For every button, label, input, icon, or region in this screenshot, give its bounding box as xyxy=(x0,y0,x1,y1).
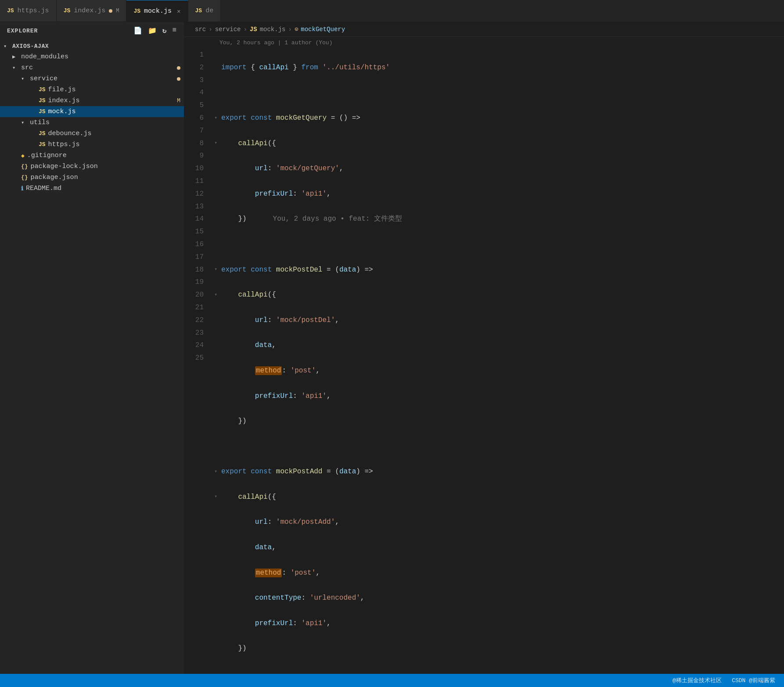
close-icon[interactable]: ✕ xyxy=(177,7,180,15)
tab-de[interactable]: JS de xyxy=(188,0,221,21)
explorer-title: EXPLORER xyxy=(7,28,38,34)
tab-de-label: de xyxy=(205,7,213,14)
tree-item-index-js[interactable]: JS index.js M xyxy=(0,95,184,106)
spacer xyxy=(214,543,221,553)
bc-src: src xyxy=(195,26,206,33)
line-numbers: 1 2 3 4 5 6 7 8 9 10 11 12 13 14 15 16 1… xyxy=(184,49,211,674)
js-file-icon: JS xyxy=(39,97,46,104)
breadcrumb: src › service › JS mock.js › ⊙ mockGetQu… xyxy=(184,22,784,37)
watermark-text: @稀土掘金技术社区 CSDN @前端酱紫 xyxy=(673,676,775,684)
service-label: service xyxy=(30,75,177,82)
collapse-all-icon[interactable]: ≡ xyxy=(172,26,177,35)
tree-item-node-modules[interactable]: ▶ node_modules xyxy=(0,51,184,62)
collapse-arrow-4[interactable]: ▾ xyxy=(214,139,221,148)
status-bar: @稀土掘金技术社区 CSDN @前端酱紫 xyxy=(0,674,784,687)
sidebar-content: ▾ AXIOS-AJAX ▶ node_modules ▾ src ▾ serv… xyxy=(0,39,184,674)
code-line-23: prefixUrl: 'api1', xyxy=(214,617,784,630)
bc-sep3: › xyxy=(288,26,291,33)
tree-item-package-json[interactable]: {} package.json xyxy=(0,172,184,183)
file-js-label: file.js xyxy=(48,86,180,93)
git-icon: ◆ xyxy=(21,152,25,159)
code-line-16 xyxy=(214,440,784,453)
code-line-2 xyxy=(214,86,784,99)
tree-item-utils[interactable]: ▾ utils xyxy=(0,117,184,128)
spacer xyxy=(214,315,221,325)
chevron-down-icon: ▾ xyxy=(4,43,11,50)
readme-label: README.md xyxy=(26,185,180,192)
code-line-10: ▾ callApi({ xyxy=(214,289,784,301)
src-label: src xyxy=(21,64,177,72)
chevron-down-icon: ▾ xyxy=(21,119,28,126)
code-line-18: ▾ callApi({ xyxy=(214,491,784,504)
tree-item-src[interactable]: ▾ src xyxy=(0,62,184,73)
chevron-down-icon: ▾ xyxy=(21,75,28,82)
bc-sep2: › xyxy=(243,26,247,33)
json-icon: {} xyxy=(21,163,28,170)
modified-dot-service xyxy=(177,77,180,81)
code-line-21: method: 'post', xyxy=(214,567,784,580)
code-line-24: }) xyxy=(214,642,784,655)
code-line-12: data, xyxy=(214,339,784,352)
spacer xyxy=(214,619,221,628)
tree-item-gitignore[interactable]: ◆ .gitignore xyxy=(0,150,184,161)
spacer xyxy=(214,341,221,351)
spacer xyxy=(214,215,221,224)
spacer xyxy=(214,240,221,250)
tree-root-axios-ajax[interactable]: ▾ AXIOS-AJAX xyxy=(0,41,184,51)
code-line-5: url: 'mock/getQuery', xyxy=(214,162,784,175)
spacer xyxy=(214,63,221,72)
spacer xyxy=(214,644,221,654)
debounce-js-label: debounce.js xyxy=(48,130,180,137)
sidebar-header: EXPLORER 📄 📁 ↻ ≡ xyxy=(0,22,184,39)
code-line-17: ▾ export const mockPostAdd = (data) => xyxy=(214,465,784,478)
collapse-arrow-18[interactable]: ▾ xyxy=(214,492,221,502)
new-file-icon[interactable]: 📄 xyxy=(133,26,143,35)
tab-https[interactable]: JS https.js xyxy=(0,0,57,21)
tree-item-mock-js[interactable]: JS mock.js xyxy=(0,106,184,117)
js-file-icon: JS xyxy=(39,86,46,93)
code-container[interactable]: 1 2 3 4 5 6 7 8 9 10 11 12 13 14 15 16 1… xyxy=(184,49,784,674)
gitignore-label: .gitignore xyxy=(27,152,180,159)
code-line-4: ▾ callApi({ xyxy=(214,137,784,150)
spacer xyxy=(214,669,221,674)
js-file-icon: JS xyxy=(39,130,46,137)
spacer xyxy=(214,164,221,174)
collapse-arrow-17[interactable]: ▾ xyxy=(214,467,221,477)
new-folder-icon[interactable]: 📁 xyxy=(148,26,157,35)
chevron-down-icon: ▾ xyxy=(12,64,19,71)
root-label: AXIOS-AJAX xyxy=(12,43,180,50)
tab-mock[interactable]: JS mock.js ✕ xyxy=(126,0,188,21)
collapse-arrow-10[interactable]: ▾ xyxy=(214,290,221,300)
info-icon: ℹ xyxy=(21,185,23,192)
json-icon: {} xyxy=(21,174,28,181)
js-icon: JS xyxy=(195,7,202,14)
code-line-25 xyxy=(214,668,784,674)
tree-item-https-js[interactable]: JS https.js xyxy=(0,139,184,150)
sidebar-header-actions: 📄 📁 ↻ ≡ xyxy=(133,26,177,35)
tree-item-debounce-js[interactable]: JS debounce.js xyxy=(0,128,184,139)
package-lock-label: package-lock.json xyxy=(31,163,180,170)
tree-item-service[interactable]: ▾ service xyxy=(0,73,184,84)
code-line-3: ▾ export const mockGetQuery = () => xyxy=(214,112,784,125)
spacer xyxy=(214,88,221,98)
main-layout: EXPLORER 📄 📁 ↻ ≡ ▾ AXIOS-AJAX ▶ node_mod… xyxy=(0,22,784,674)
code-line-19: url: 'mock/postAdd', xyxy=(214,516,784,529)
refresh-icon[interactable]: ↻ xyxy=(162,26,167,35)
code-line-11: url: 'mock/postDel', xyxy=(214,314,784,327)
tab-index-label: index.js xyxy=(74,7,105,14)
spacer xyxy=(214,391,221,401)
bc-func-name: mockGetQuery xyxy=(301,26,345,33)
spacer xyxy=(214,442,221,451)
https-js-label: https.js xyxy=(48,141,180,148)
utils-label: utils xyxy=(30,119,180,126)
js-file-icon: JS xyxy=(39,141,46,148)
tree-item-file-js[interactable]: JS file.js xyxy=(0,84,184,95)
js-icon: JS xyxy=(7,7,14,14)
tab-index[interactable]: JS index.js M xyxy=(57,0,127,21)
spacer xyxy=(214,366,221,376)
collapse-arrow-9[interactable]: ▾ xyxy=(214,265,221,275)
js-file-icon: JS xyxy=(39,108,46,115)
tree-item-readme[interactable]: ℹ README.md xyxy=(0,183,184,194)
collapse-arrow-3[interactable]: ▾ xyxy=(214,114,221,123)
tree-item-package-lock[interactable]: {} package-lock.json xyxy=(0,161,184,172)
